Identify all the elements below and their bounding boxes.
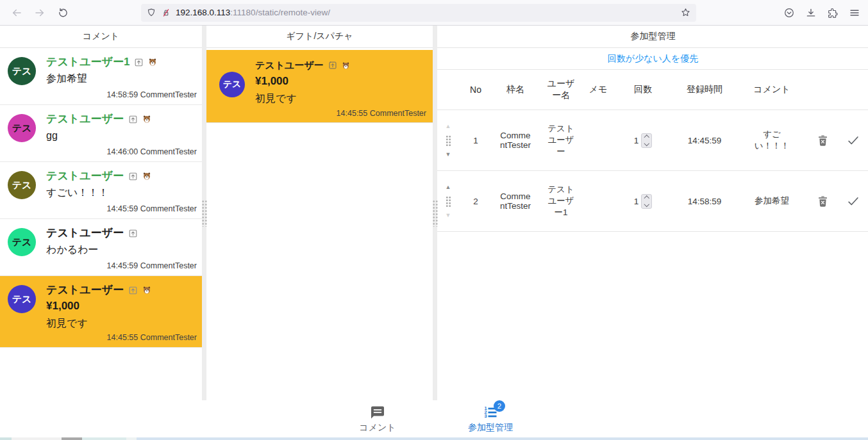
share-icon[interactable] (128, 115, 138, 124)
share-icon[interactable] (328, 61, 337, 70)
row-no: 1 (459, 133, 492, 148)
comment-time: 14:46:00 (107, 147, 138, 156)
priority-row: 回数が少ない人を優先 (437, 48, 868, 70)
count-spinner[interactable] (641, 194, 652, 209)
col-user: ユーザー名 (538, 76, 583, 104)
comment-message: 初見です (46, 314, 197, 332)
member-badge-icon (342, 61, 350, 70)
row-user-text: テストユーザー1 (544, 184, 578, 218)
row-memo (583, 138, 613, 143)
gift-item[interactable]: テス テストユーザー ¥1,000 初見です 14:45:55 CommentT… (206, 50, 433, 123)
tab-manage[interactable]: 123 2 参加型管理 (465, 405, 516, 434)
drag-handle-icon[interactable] (446, 196, 451, 207)
comment-service: CommentTester (140, 90, 197, 99)
management-panel-title: 参加型管理 (437, 26, 868, 48)
row-user: テストユーザー1 (538, 181, 583, 221)
splitter-right[interactable] (433, 26, 437, 400)
comment-service: CommentTester (140, 204, 197, 213)
tab-comment[interactable]: コメント (352, 405, 403, 434)
comment-item[interactable]: テス テストユーザー gg 14:46:00 CommentTester (0, 105, 202, 162)
user-name: テストユーザー (46, 282, 124, 298)
share-icon[interactable] (134, 58, 144, 67)
row-count: 1 (613, 131, 673, 151)
reload-icon[interactable] (54, 4, 72, 22)
col-comment: コメント (736, 81, 808, 98)
share-icon[interactable] (128, 286, 138, 295)
gift-time: 14:45:55 (337, 109, 368, 118)
count-spinner[interactable] (641, 133, 652, 148)
share-icon[interactable] (128, 172, 138, 181)
tab-manage-label: 参加型管理 (468, 422, 513, 434)
comment-item[interactable]: テス テストユーザー1 参加希望 14:58:59 CommentTester (0, 48, 202, 105)
avatar-initials: テス (12, 179, 32, 191)
management-table: No 枠名 ユーザー名 メモ 回数 登録時間 コメント 1 (437, 70, 868, 232)
gifts-panel-title: ギフト/スパチャ (206, 26, 433, 48)
comment-time: 14:45:59 (107, 204, 138, 213)
gift-meta: 14:45:55 CommentTester (255, 108, 426, 120)
col-frame: 枠名 (492, 81, 538, 98)
move-up-icon[interactable] (446, 124, 451, 129)
table-header-row: No 枠名 ユーザー名 メモ 回数 登録時間 コメント (437, 70, 868, 110)
bottom-tab-bar: コメント 123 2 参加型管理 (0, 400, 868, 437)
move-down-icon[interactable] (446, 213, 451, 218)
back-icon[interactable] (8, 4, 26, 22)
avatar-initials: テス (12, 65, 32, 77)
comments-panel: コメント テス テストユーザー1 参加希望 1 (0, 26, 202, 400)
forward-icon[interactable] (31, 4, 49, 22)
row-no: 2 (459, 194, 492, 209)
row-count: 1 (613, 191, 673, 211)
star-icon[interactable] (680, 7, 691, 18)
gift-message: 初見です (255, 90, 426, 108)
trash-icon[interactable] (808, 131, 837, 150)
pocket-icon[interactable] (783, 7, 795, 19)
row-user: テストユーザー (538, 120, 583, 160)
splitter-left[interactable] (202, 26, 206, 400)
comment-meta: 14:45:55 CommentTester (46, 332, 197, 344)
check-icon[interactable] (837, 131, 868, 150)
col-time: 登録時間 (673, 81, 736, 98)
comment-item[interactable]: テス テストユーザー すごい！！！ 14:45:59 CommentTester (0, 162, 202, 219)
row-time: 14:58:59 (673, 194, 736, 209)
col-user-label: ユーザー名 (544, 78, 578, 101)
gift-amount: ¥1,000 (46, 298, 197, 314)
management-panel: 参加型管理 回数が少ない人を優先 No 枠名 ユーザー名 メモ 回数 登録時間 … (437, 26, 868, 400)
comment-time: 14:58:59 (107, 90, 138, 99)
comment-item[interactable]: テス テストユーザー わかるわー 14:45:59 CommentTester (0, 219, 202, 276)
check-icon[interactable] (837, 191, 868, 211)
remote-view-app: コメント テス テストユーザー1 参加希望 1 (0, 26, 868, 400)
comment-item[interactable]: テス テストユーザー ¥1,000 初見です 14:45:55 CommentT… (0, 276, 202, 348)
trash-icon[interactable] (808, 192, 837, 211)
reorder-cell (437, 110, 459, 170)
member-badge-icon (142, 172, 151, 181)
col-delete (808, 87, 837, 92)
reorder-cell (437, 171, 459, 231)
count-value: 1 (634, 197, 639, 206)
avatar-initials: テス (223, 79, 242, 90)
move-down-icon[interactable] (446, 152, 451, 158)
share-icon[interactable] (128, 229, 138, 238)
download-icon[interactable] (805, 7, 817, 19)
comment-service: CommentTester (140, 147, 197, 156)
drag-handle-icon[interactable] (446, 135, 451, 146)
lock-slash-icon[interactable] (161, 8, 171, 18)
move-up-icon[interactable] (446, 184, 451, 190)
url-text[interactable]: 192.168.0.113:11180/static/remote-view/ (176, 8, 680, 17)
avatar: テス (8, 285, 36, 313)
shield-icon[interactable] (146, 8, 156, 18)
url-path: :11180/static/remote-view/ (230, 8, 330, 17)
row-memo (583, 199, 613, 204)
menu-icon[interactable] (849, 7, 860, 19)
row-frame-text: CommentTester (498, 131, 533, 150)
extensions-icon[interactable] (827, 7, 839, 19)
comment-message: すごい！！！ (46, 184, 197, 201)
col-no: No (459, 82, 492, 97)
url-bar[interactable]: 192.168.0.113:11180/static/remote-view/ (141, 4, 696, 22)
comment-service: CommentTester (140, 333, 197, 342)
comment-time: 14:45:55 (107, 333, 138, 342)
splitter-handle-icon[interactable] (432, 200, 438, 227)
row-frame-text: CommentTester (498, 191, 533, 211)
gifts-panel: ギフト/スパチャ テス テストユーザー ¥1,000 初見です (206, 26, 433, 400)
splitter-handle-icon[interactable] (201, 200, 207, 227)
priority-link[interactable]: 回数が少ない人を優先 (608, 53, 698, 65)
comment-time: 14:45:59 (107, 261, 138, 270)
